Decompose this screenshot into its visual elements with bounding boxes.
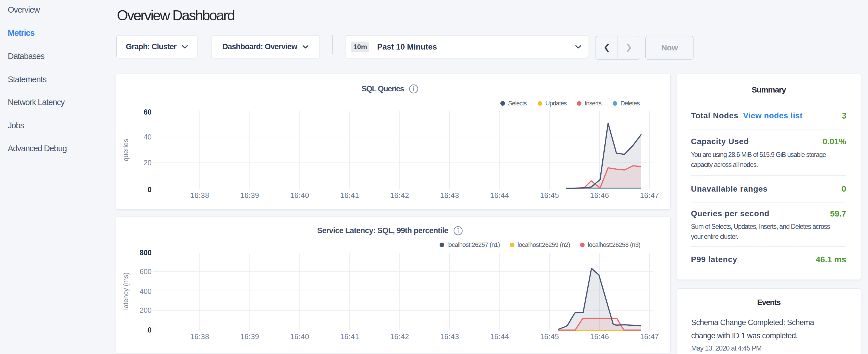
svg-text:16:38: 16:38: [190, 191, 209, 199]
svg-text:16:43: 16:43: [440, 191, 459, 199]
svg-text:16:43: 16:43: [440, 332, 459, 341]
svg-text:16:40: 16:40: [290, 332, 309, 341]
svg-text:16:44: 16:44: [490, 332, 509, 341]
svg-text:16:40: 16:40: [290, 191, 309, 199]
svg-text:20: 20: [144, 159, 152, 167]
svg-text:200: 200: [140, 306, 152, 314]
svg-text:16:42: 16:42: [390, 332, 409, 341]
svg-text:16:45: 16:45: [540, 191, 559, 199]
svg-text:600: 600: [140, 267, 152, 276]
svg-text:16:42: 16:42: [390, 191, 409, 199]
svg-text:400: 400: [140, 287, 152, 295]
svg-text:latency (ms): latency (ms): [122, 272, 129, 310]
svg-text:16:45: 16:45: [540, 332, 559, 341]
svg-text:16:38: 16:38: [190, 332, 209, 341]
svg-text:16:47: 16:47: [640, 332, 659, 341]
svg-text:16:41: 16:41: [340, 191, 359, 199]
svg-text:60: 60: [144, 108, 152, 116]
svg-text:16:47: 16:47: [640, 191, 659, 199]
svg-text:0: 0: [148, 326, 152, 334]
svg-text:16:39: 16:39: [240, 191, 259, 199]
svg-text:16:46: 16:46: [590, 332, 609, 341]
svg-text:16:46: 16:46: [590, 191, 609, 199]
svg-text:16:39: 16:39: [240, 332, 259, 341]
svg-text:16:44: 16:44: [490, 191, 509, 199]
svg-text:queries: queries: [122, 139, 129, 162]
svg-text:0: 0: [148, 186, 152, 194]
svg-text:40: 40: [144, 133, 152, 141]
svg-text:800: 800: [140, 249, 152, 257]
svg-text:16:41: 16:41: [340, 332, 359, 341]
